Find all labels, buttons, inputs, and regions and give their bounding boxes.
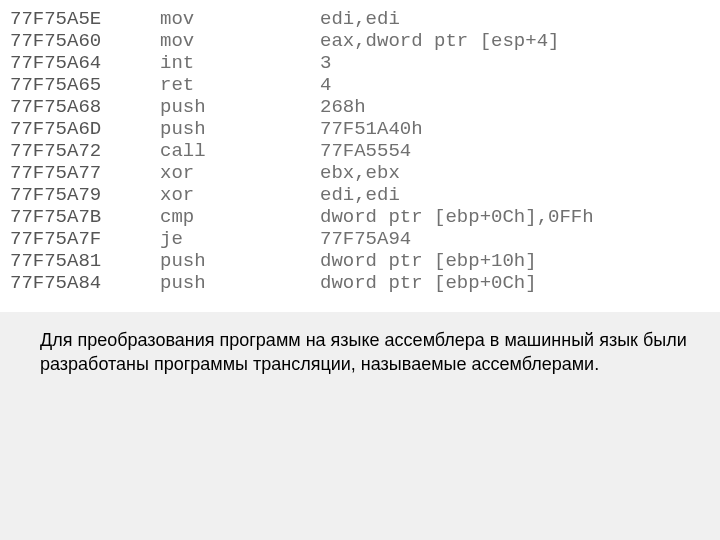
table-row: 77F75A60 mov eax,dword ptr [esp+4] [10, 30, 710, 52]
table-row: 77F75A72 call 77FA5554 [10, 140, 710, 162]
mnemonic-cell: ret [160, 74, 320, 96]
operands-cell: eax,dword ptr [esp+4] [320, 30, 710, 52]
table-row: 77F75A5E mov edi,edi [10, 8, 710, 30]
mnemonic-cell: xor [160, 184, 320, 206]
address-cell: 77F75A72 [10, 140, 160, 162]
address-cell: 77F75A5E [10, 8, 160, 30]
table-row: 77F75A65 ret 4 [10, 74, 710, 96]
address-cell: 77F75A64 [10, 52, 160, 74]
table-row: 77F75A64 int 3 [10, 52, 710, 74]
address-cell: 77F75A84 [10, 272, 160, 294]
operands-cell: dword ptr [ebp+10h] [320, 250, 710, 272]
address-cell: 77F75A6D [10, 118, 160, 140]
mnemonic-cell: mov [160, 30, 320, 52]
corner-decoration [684, 508, 710, 534]
mnemonic-cell: xor [160, 162, 320, 184]
table-row: 77F75A81 push dword ptr [ebp+10h] [10, 250, 710, 272]
operands-cell: 77F75A94 [320, 228, 710, 250]
table-row: 77F75A79 xor edi,edi [10, 184, 710, 206]
operands-cell: 77F51A40h [320, 118, 710, 140]
mnemonic-cell: push [160, 250, 320, 272]
address-cell: 77F75A65 [10, 74, 160, 96]
address-cell: 77F75A81 [10, 250, 160, 272]
address-cell: 77F75A60 [10, 30, 160, 52]
address-cell: 77F75A68 [10, 96, 160, 118]
mnemonic-cell: cmp [160, 206, 320, 228]
operands-cell: edi,edi [320, 8, 710, 30]
mnemonic-cell: mov [160, 8, 320, 30]
table-row: 77F75A77 xor ebx,ebx [10, 162, 710, 184]
operands-cell: edi,edi [320, 184, 710, 206]
mnemonic-cell: push [160, 272, 320, 294]
disassembly-panel: 77F75A5E mov edi,edi 77F75A60 mov eax,dw… [0, 0, 720, 312]
operands-cell: dword ptr [ebp+0Ch] [320, 272, 710, 294]
mnemonic-cell: call [160, 140, 320, 162]
table-row: 77F75A7B cmp dword ptr [ebp+0Ch],0FFh [10, 206, 710, 228]
operands-cell: 4 [320, 74, 710, 96]
mnemonic-cell: push [160, 96, 320, 118]
table-row: 77F75A84 push dword ptr [ebp+0Ch] [10, 272, 710, 294]
mnemonic-cell: je [160, 228, 320, 250]
address-cell: 77F75A79 [10, 184, 160, 206]
dot-pattern [0, 420, 720, 540]
address-cell: 77F75A77 [10, 162, 160, 184]
operands-cell: ebx,ebx [320, 162, 710, 184]
address-cell: 77F75A7B [10, 206, 160, 228]
operands-cell: 268h [320, 96, 710, 118]
table-row: 77F75A7F je 77F75A94 [10, 228, 710, 250]
table-row: 77F75A6D push 77F51A40h [10, 118, 710, 140]
mnemonic-cell: push [160, 118, 320, 140]
table-row: 77F75A68 push 268h [10, 96, 710, 118]
operands-cell: dword ptr [ebp+0Ch],0FFh [320, 206, 710, 228]
mnemonic-cell: int [160, 52, 320, 74]
operands-cell: 77FA5554 [320, 140, 710, 162]
caption-text: Для преобразования программ на языке асс… [0, 312, 720, 376]
operands-cell: 3 [320, 52, 710, 74]
address-cell: 77F75A7F [10, 228, 160, 250]
